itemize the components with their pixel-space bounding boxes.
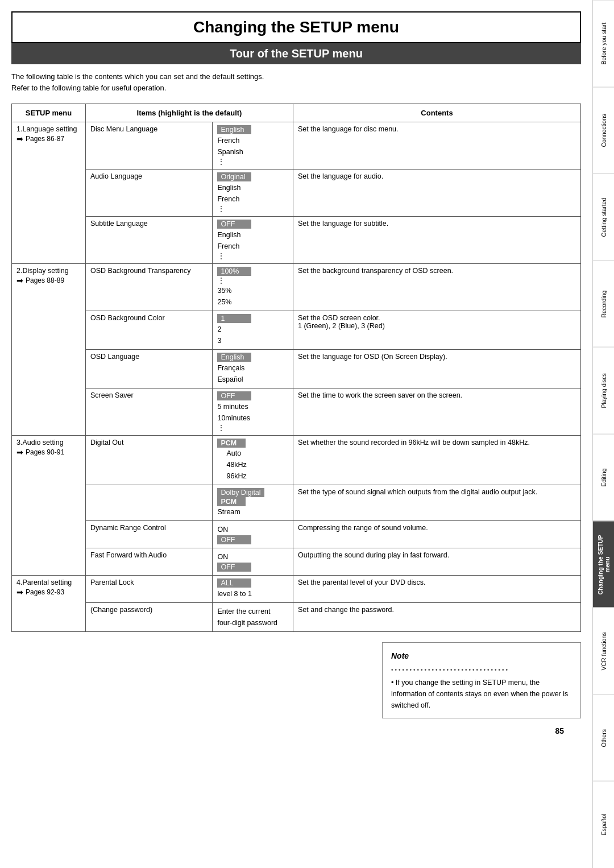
option-item: 5 minutes [217, 401, 288, 412]
note-dots: •••••••••••••••••••••••••••••••• [391, 666, 572, 675]
header-items: Items (highlight is the default) [86, 104, 293, 122]
pages-ref: Pages 92-93 [26, 588, 64, 596]
item-fast-forward: Fast Forward with Audio [86, 548, 213, 576]
table-row: 3.Audio setting ➡ Pages 90-91 Digital Ou… [12, 436, 581, 485]
highlight-option: ALL [217, 578, 251, 588]
highlight-option: OFF [217, 220, 251, 229]
sidebar-tab-label: Editing [600, 469, 607, 487]
contents-osd-bg-color: Set the OSD screen color.1 (Green), 2 (B… [293, 311, 581, 350]
highlight-option: Original [217, 172, 251, 181]
options-digital-out-2: Dolby Digital PCM Stream [213, 485, 293, 521]
option-item: 25% [217, 296, 288, 308]
table-row: (Change password) Enter the current four… [12, 603, 581, 632]
item-osd-bg-trans: OSD Background Transparency [86, 264, 213, 311]
sidebar-tab-connections[interactable]: Connections [593, 87, 614, 174]
option-item: 10minutes [217, 412, 288, 424]
option-item: four-digit password [217, 617, 288, 629]
table-row: Subtitle Language OFF English French ⋮ S… [12, 217, 581, 264]
options-screen-saver: OFF 5 minutes 10minutes ⋮ [213, 388, 293, 436]
vdots: ⋮ [217, 423, 225, 432]
contents-osd-bg-trans: Set the background transparency of OSD s… [293, 264, 581, 311]
sidebar-tab-label: Changing the SETUP menu [597, 530, 611, 600]
setup-label-display: 2.Display setting ➡ Pages 88-89 [12, 264, 86, 436]
highlight-option: PCM [217, 439, 246, 448]
option-item: Español [217, 374, 288, 385]
setup-label-parental: 4.Parental setting ➡ Pages 92-93 [12, 576, 86, 632]
section-title: Tour of the SETUP menu [11, 43, 581, 64]
sidebar-tab-others[interactable]: Others [593, 695, 614, 782]
setup-table: SETUP menu Items (highlight is the defau… [11, 104, 581, 632]
option-item: Français [217, 362, 288, 374]
intro-text: The following table is the contents whic… [11, 71, 581, 93]
table-row: Audio Language Original English French ⋮… [12, 170, 581, 217]
option-item: Stream [217, 506, 288, 518]
vdots: ⋮ [217, 204, 225, 213]
vdots: ⋮ [217, 251, 225, 261]
table-row: OSD Language English Français Español Se… [12, 350, 581, 388]
contents-audio-lang: Set the language for audio. [293, 170, 581, 217]
sidebar-tab-label: Others [600, 729, 607, 747]
options-change-password: Enter the current four-digit password [213, 603, 293, 632]
item-audio-lang: Audio Language [86, 170, 213, 217]
section-title-text: Tour of the SETUP menu [230, 47, 363, 60]
option-item: Spanish [217, 146, 288, 158]
option-item: Enter the current [217, 606, 288, 617]
table-row: Screen Saver OFF 5 minutes 10minutes ⋮ S… [12, 388, 581, 436]
sidebar-tab-recording[interactable]: Recording [593, 261, 614, 348]
options-parental-lock: ALL level 8 to 1 [213, 576, 293, 603]
table-row: Fast Forward with Audio ON OFF Outputtin… [12, 548, 581, 576]
options-osd-lang: English Français Español [213, 350, 293, 388]
item-digital-out: Digital Out [86, 436, 213, 485]
options-fast-forward: ON OFF [213, 548, 293, 576]
sidebar-tab-label: Español [600, 814, 607, 836]
note-title: Note [391, 650, 572, 662]
table-row: 2.Display setting ➡ Pages 88-89 OSD Back… [12, 264, 581, 311]
sidebar-tab-playing[interactable]: Playing discs [593, 347, 614, 434]
contents-fast-forward: Outputting the sound during play in fast… [293, 548, 581, 576]
header-setup: SETUP menu [12, 104, 86, 122]
sidebar-tab-label: Playing discs [600, 374, 607, 408]
intro-line-1: The following table is the contents whic… [11, 71, 581, 82]
option-item: 48kHz [217, 459, 288, 470]
sidebar-tab-label: Before you start [600, 23, 607, 65]
contents-dynamic-range: Compressing the range of sound volume. [293, 521, 581, 548]
arrow-icon: ➡ [16, 588, 23, 597]
sidebar-tab-setup[interactable]: Changing the SETUP menu [593, 521, 614, 608]
sidebar-tab-espanol[interactable]: Español [593, 781, 614, 868]
contents-osd-lang: Set the language for OSD (On Screen Disp… [293, 350, 581, 388]
item-parental-lock: Parental Lock [86, 576, 213, 603]
sidebar-tab-vcr[interactable]: VCR functions [593, 607, 614, 695]
item-screen-saver: Screen Saver [86, 388, 213, 436]
pages-ref: Pages 86-87 [26, 135, 64, 143]
sidebar-tab-label: Getting started [600, 198, 607, 237]
arrow-icon: ➡ [16, 448, 23, 457]
contents-change-password: Set and change the password. [293, 603, 581, 632]
arrow-icon: ➡ [16, 134, 23, 143]
highlight-option: OFF [217, 535, 251, 544]
contents-digital-out-2: Set the type of sound signal which outpu… [293, 485, 581, 521]
option-item: 35% [217, 285, 288, 296]
sidebar-tab-editing[interactable]: Editing [593, 434, 614, 521]
item-osd-lang: OSD Language [86, 350, 213, 388]
table-row: Dolby Digital PCM Stream Set the type of… [12, 485, 581, 521]
sidebar-tab-getting-started[interactable]: Getting started [593, 173, 614, 261]
sidebar-tab-before[interactable]: Before you start [593, 0, 614, 87]
option-item: French [217, 135, 288, 146]
option-item: French [217, 241, 288, 252]
setup-label-audio: 3.Audio setting ➡ Pages 90-91 [12, 436, 86, 576]
table-row: OSD Background Color 1 2 3 Set the OSD s… [12, 311, 581, 350]
options-subtitle-lang: OFF English French ⋮ [213, 217, 293, 264]
sidebar-tab-label: Recording [600, 291, 607, 318]
options-osd-bg-color: 1 2 3 [213, 311, 293, 350]
page-title: Changing the SETUP menu [11, 11, 581, 43]
note-box: Note •••••••••••••••••••••••••••••••• • … [382, 642, 581, 718]
options-audio-lang: Original English French ⋮ [213, 170, 293, 217]
highlight-option: English [217, 125, 251, 134]
item-disc-menu: Disc Menu Language [86, 122, 213, 170]
highlight-option: OFF [217, 391, 251, 400]
vdots: ⋮ [217, 276, 225, 285]
option-item: ON [217, 524, 288, 535]
options-digital-out: PCM Auto 48kHz 96kHz [213, 436, 293, 485]
highlight-option: Dolby Digital [217, 488, 264, 497]
right-sidebar: Before you start Connections Getting sta… [592, 0, 614, 868]
